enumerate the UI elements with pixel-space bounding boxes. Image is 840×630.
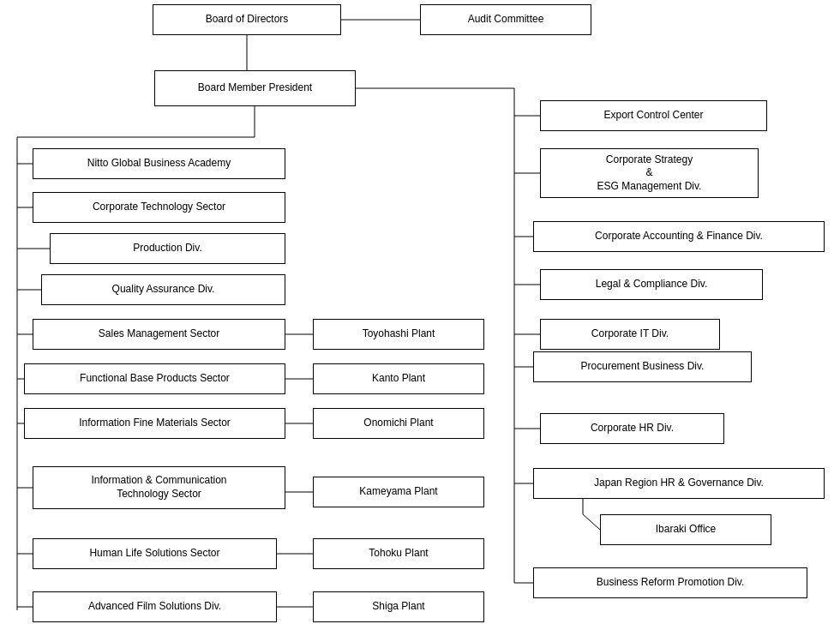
production-div-box: Production Div. [50,233,285,264]
onomichi-plant-box: Onomichi Plant [313,408,484,439]
corp-accounting-box: Corporate Accounting & Finance Div. [533,221,825,252]
corp-it-box: Corporate IT Div. [540,319,720,350]
procurement-box: Procurement Business Div. [533,351,752,382]
quality-assurance-box: Quality Assurance Div. [41,274,285,305]
audit-committee-box: Audit Committee [420,4,591,35]
kameyama-plant-box: Kameyama Plant [313,477,484,507]
kanto-plant-box: Kanto Plant [313,363,484,394]
export-control-box: Export Control Center [540,100,767,131]
info-fine-materials-box: Information Fine Materials Sector [24,408,285,439]
functional-base-box: Functional Base Products Sector [24,363,285,394]
sales-management-box: Sales Management Sector [33,319,285,350]
business-reform-box: Business Reform Promotion Div. [533,567,807,598]
tohoku-plant-box: Tohoku Plant [313,538,484,569]
shiga-plant-box: Shiga Plant [313,591,484,622]
corporate-tech-box: Corporate Technology Sector [33,192,285,223]
corp-hr-box: Corporate HR Div. [540,413,724,444]
ibaraki-office-box: Ibaraki Office [600,514,771,545]
board-member-president-box: Board Member President [154,70,356,106]
corp-strategy-box: Corporate Strategy&ESG Management Div. [540,148,759,198]
advanced-film-box: Advanced Film Solutions Div. [33,591,277,622]
toyohashi-plant-box: Toyohashi Plant [313,319,484,350]
svg-line-33 [583,514,600,530]
human-life-box: Human Life Solutions Sector [33,538,277,569]
legal-compliance-box: Legal & Compliance Div. [540,269,763,300]
japan-hr-box: Japan Region HR & Governance Div. [533,468,825,499]
board-of-directors-box: Board of Directors [153,4,341,35]
org-chart: Board of DirectorsAudit CommitteeBoard M… [0,0,840,630]
info-comm-tech-box: Information & CommunicationTechnology Se… [33,466,285,509]
nitto-global-box: Nitto Global Business Academy [33,148,285,179]
